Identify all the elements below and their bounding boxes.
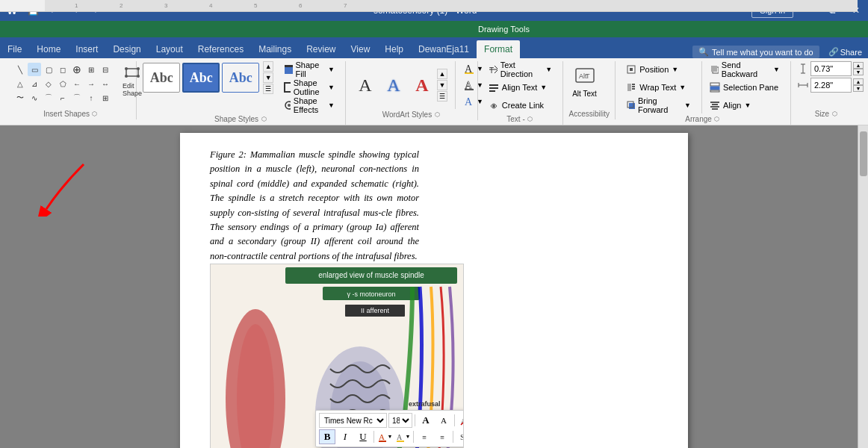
shape-styles-expand[interactable]: ⬡ — [260, 116, 267, 123]
send-backward-button[interactable]: Send Backward ▼ — [705, 61, 784, 78]
tab-references[interactable]: References — [190, 40, 251, 58]
tab-layout[interactable]: Layout — [149, 40, 190, 58]
ft-font-select[interactable]: Times New Rc — [319, 413, 387, 428]
ft-highlight-color-btn[interactable]: A ▼ — [394, 429, 411, 444]
tab-home[interactable]: Home — [29, 40, 68, 58]
wordart-expand[interactable]: ⬡ — [433, 111, 441, 119]
shape-pentagon[interactable]: ⬠ — [56, 77, 69, 90]
fibres-link[interactable]: fibres — [394, 251, 415, 261]
insert-shapes-expand[interactable]: ⬡ — [91, 111, 99, 118]
ft-grow-btn[interactable]: A — [418, 413, 434, 428]
shape-expand[interactable]: ⊞ — [99, 91, 112, 105]
position-button[interactable]: Position ▼ — [621, 61, 695, 78]
wordart-down[interactable]: ▼ — [437, 80, 447, 90]
shape-style-btn-1[interactable]: Abc — [143, 63, 180, 93]
shape-freeform[interactable]: ∿ — [28, 91, 41, 105]
size-expand[interactable]: ⬡ — [831, 111, 838, 118]
alt-text-button[interactable]: Alt T Alt Text — [569, 61, 600, 101]
height-up[interactable]: ▲ — [853, 62, 864, 69]
shape-wave[interactable]: 〜 — [13, 91, 27, 105]
width-input[interactable] — [810, 78, 852, 93]
tab-mailings[interactable]: Mailings — [251, 40, 299, 58]
shape-snip-rect[interactable]: ◻ — [56, 63, 69, 76]
shape-rtriangle[interactable]: ⊿ — [28, 77, 41, 90]
ft-numbering-btn[interactable]: ≡ — [434, 429, 450, 444]
shape-fill-button[interactable]: Shape Fill ▼ — [279, 61, 339, 78]
shape-elbow[interactable]: ⌒ — [70, 91, 84, 105]
ft-styles-btn[interactable]: Styles — [456, 429, 464, 444]
scrollbar-v[interactable] — [858, 125, 868, 448]
ft-bold-btn[interactable]: B — [319, 429, 335, 444]
align-text-button[interactable]: Align Text ▼ — [484, 79, 557, 96]
tab-help[interactable]: Help — [377, 40, 411, 58]
shape-rect[interactable]: ▭ — [28, 63, 41, 76]
ribbon-wrapper: Drawing Tools File Home Insert Design La… — [0, 21, 868, 58]
share-button[interactable]: 🔗Share — [828, 47, 862, 57]
create-link-button[interactable]: Create Link — [484, 97, 557, 113]
ia-link[interactable]: Ia — [376, 222, 383, 232]
text-direction-button[interactable]: T Text Direction ▼ — [484, 61, 557, 78]
shape-outline-button[interactable]: Shape Outline ▼ — [279, 79, 339, 96]
wordart-btn-outline[interactable]: A — [380, 70, 407, 100]
ft-shrink-btn[interactable]: A — [435, 413, 452, 428]
sisting-link[interactable]: sisting — [255, 208, 279, 218]
wordart-btn-plain[interactable]: A — [352, 70, 379, 100]
bring-arrow: ▼ — [684, 102, 691, 109]
muscle-fibres-link[interactable]: mus-cle fibres — [363, 208, 417, 218]
align-button[interactable]: Align ▼ — [705, 97, 784, 113]
text-expand[interactable]: ⬡ — [527, 116, 534, 123]
shape-curve[interactable]: ⌒ — [42, 91, 55, 105]
wordart-btn-fill[interactable]: A — [409, 70, 435, 100]
bring-forward-button[interactable]: Bring Forward ▼ — [621, 97, 695, 113]
shape-style-btn-3[interactable]: Abc — [222, 63, 259, 93]
tab-view[interactable]: View — [344, 40, 378, 58]
ft-size-select[interactable]: 18 — [388, 413, 412, 428]
shape-style-btn-2[interactable]: Abc — [182, 63, 220, 93]
tab-dewaneja[interactable]: DewanEja11 — [411, 40, 477, 58]
ft-font-color-btn[interactable]: A ▼ — [376, 429, 393, 444]
tab-design[interactable]: Design — [105, 40, 148, 58]
width-up[interactable]: ▲ — [853, 78, 864, 85]
wordart-up[interactable]: ▲ — [437, 69, 447, 79]
shape-rounded-rect[interactable]: ▢ — [42, 63, 55, 76]
ft-clear-format-btn[interactable]: A — [457, 413, 464, 428]
shape-connector[interactable]: ⌐ — [56, 91, 69, 105]
ft-italic-btn[interactable]: I — [337, 429, 353, 444]
scrollbar-thumb[interactable] — [860, 131, 867, 176]
ft-underline-btn[interactable]: U — [355, 429, 371, 444]
height-down[interactable]: ▼ — [853, 69, 864, 75]
shape-more[interactable]: ⊟ — [99, 63, 112, 76]
svg-rect-5 — [285, 67, 292, 74]
wrap-text-button[interactable]: Wrap Text ▼ — [621, 79, 695, 96]
align-icon — [710, 100, 720, 111]
shape-style-more[interactable]: ☰ — [263, 84, 273, 94]
height-input[interactable] — [810, 61, 852, 76]
wordart-more[interactable]: ☰ — [437, 91, 447, 102]
document-scroll-area[interactable]: Figure 2: Mammalian muscle spindle showi… — [0, 125, 868, 448]
shape-arrows[interactable]: ⊞ — [84, 63, 98, 76]
shape-up-arrow[interactable]: ↑ — [84, 91, 98, 105]
shape-effects-button[interactable]: Shape Effects ▼ — [279, 97, 339, 113]
width-down[interactable]: ▼ — [853, 85, 864, 92]
shape-line[interactable]: ╲ — [13, 63, 27, 76]
shape-double-arrow[interactable]: ↔ — [99, 77, 112, 90]
shape-right-arrow[interactable]: → — [84, 77, 98, 90]
ft-bullets-btn[interactable]: ≡ — [416, 429, 433, 444]
selection-pane-button[interactable]: Selection Pane — [705, 79, 784, 96]
shape-left-arrow[interactable]: ← — [70, 77, 84, 90]
tab-format[interactable]: Format — [477, 40, 520, 58]
shape-triangle[interactable]: △ — [13, 77, 27, 90]
tell-me-search[interactable]: 🔍 Tell me what you want to do — [692, 46, 819, 58]
arrange-expand[interactable]: ⬡ — [713, 116, 721, 123]
arrange-col2: Send Backward ▼ Selection Pane Align ▼ — [701, 61, 784, 113]
shape-diamond[interactable]: ◇ — [42, 77, 55, 90]
width-icon — [797, 79, 809, 91]
ft-sep2 — [454, 414, 455, 426]
shape-style-down[interactable]: ▼ — [263, 72, 273, 83]
shape-style-up[interactable]: ▲ — [263, 61, 273, 72]
tab-insert[interactable]: Insert — [68, 40, 105, 58]
tab-file[interactable]: File — [0, 40, 29, 58]
connections-link[interactable]: con-nections — [359, 164, 407, 174]
tab-review[interactable]: Review — [299, 40, 343, 58]
shape-select[interactable]: ⊕ — [70, 63, 84, 76]
